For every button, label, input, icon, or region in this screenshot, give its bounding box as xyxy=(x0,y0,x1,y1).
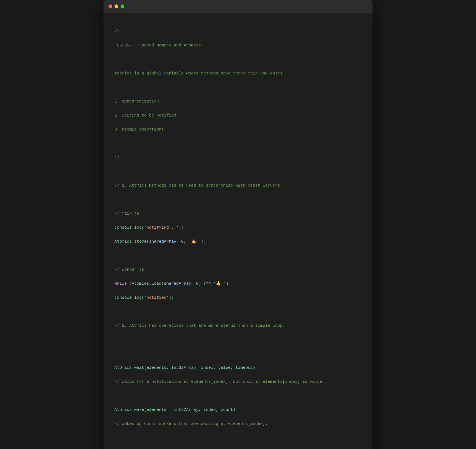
line-list-1: 1. synchronization xyxy=(114,98,362,105)
line-comment-2: ES2017 - Shared Memory and Atomics xyxy=(114,42,362,49)
maximize-button[interactable] xyxy=(121,4,124,8)
line-comment-wake-desc: // wakes up count workers that are waiti… xyxy=(114,420,362,428)
code-content: /* ES2017 - Shared Memory and Atomics At… xyxy=(103,13,373,449)
line-comment-mainjs: // main.js xyxy=(114,210,362,217)
blank-line xyxy=(114,434,362,442)
blank-line xyxy=(114,56,362,63)
line-atomics-wake-sig: Atomics.wake(elements : Int32Array, inde… xyxy=(114,406,362,414)
line-comment-sync: // 1. Atomics methods can be used to syn… xyxy=(114,182,362,189)
code-editor-window: /* ES2017 - Shared Memory and Atomics At… xyxy=(103,0,373,449)
line-consolelog-notifying: console.log('notifying...'); xyxy=(114,224,362,231)
line-list-3: 3. atomic operations xyxy=(114,126,362,133)
blank-line xyxy=(114,252,362,259)
blank-line xyxy=(114,308,362,315)
line-atomics-wait-sig: Atomics.wait(elements: Int32Array, index… xyxy=(114,364,362,372)
blank-line xyxy=(114,350,362,357)
blank-line xyxy=(114,140,362,147)
line-comment-3: Atomics is a global variable whose metho… xyxy=(114,70,362,77)
line-atomics-store: Atomics.store(sharedArray, 0, '👍 '); xyxy=(114,238,362,245)
line-while-loop: while (Atomics.load(sharedArray, 0) !== … xyxy=(114,280,362,287)
line-comment-end: */ xyxy=(114,154,362,161)
line-comment-workerjs: // worker.js xyxy=(114,266,362,273)
blank-line xyxy=(114,336,362,343)
blank-line xyxy=(114,168,362,175)
title-bar xyxy=(103,0,373,13)
line-list-2: 2. waiting to be notified xyxy=(114,112,362,119)
line-comment-1: /* xyxy=(114,28,362,35)
line-comment-atomics-ops: // 2. Atomics has operations that are mo… xyxy=(114,322,362,329)
line-consolelog-notified: console.log('notified'); xyxy=(114,294,362,301)
close-button[interactable] xyxy=(108,4,112,8)
blank-line xyxy=(114,392,362,400)
blank-line xyxy=(114,84,362,91)
line-comment-wait-desc: // waits for a notification at elements[… xyxy=(114,378,362,386)
minimize-button[interactable] xyxy=(114,4,118,8)
blank-line xyxy=(114,196,362,203)
